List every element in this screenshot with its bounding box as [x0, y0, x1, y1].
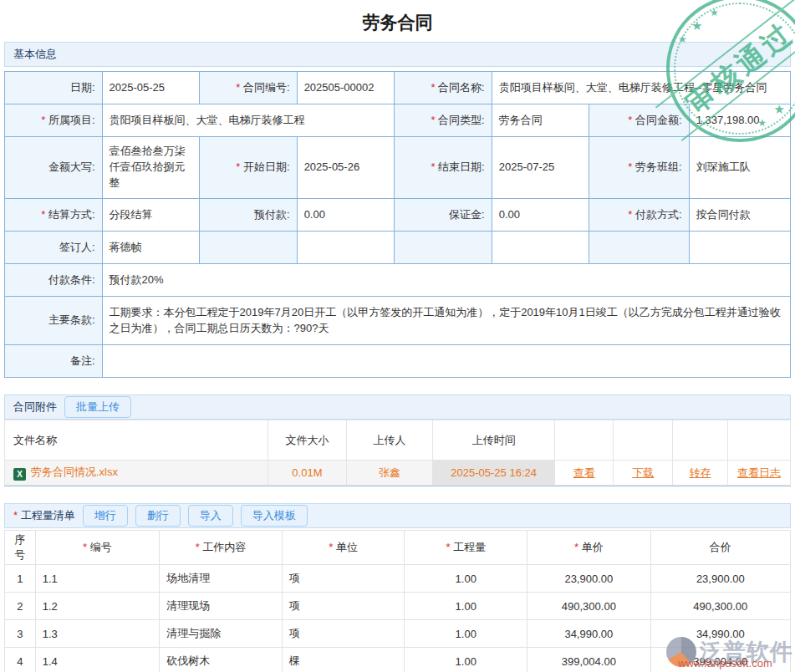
field-label-project: 所属项目: — [5, 104, 103, 137]
field-label-payment-method: 付款方式: — [589, 199, 689, 232]
field-value-deposit: 0.00 — [492, 199, 589, 232]
field-label-contract-no: 合同编号: — [200, 72, 298, 104]
col-action — [554, 420, 614, 461]
view-link[interactable]: 查看 — [573, 466, 595, 479]
attachments-header: 合同附件 批量上传 — [4, 395, 791, 420]
field-label-settlement-method: 结算方式: — [5, 199, 103, 232]
attachment-file-name[interactable]: 劳务合同情况.xlsx — [31, 466, 118, 478]
boq-work: 场地清理 — [160, 565, 283, 593]
boq-price: 23,900.00 — [527, 565, 651, 593]
boq-unit: 项 — [282, 565, 405, 593]
col-seq: 序号 — [5, 531, 36, 565]
boq-code: 1.1 — [35, 565, 160, 593]
boq-code: 1.3 — [35, 620, 160, 648]
col-unit-price: 单价 — [527, 531, 651, 565]
attachment-row: X劳务合同情况.xlsx 0.01M 张鑫 2025-05-25 16:24 查… — [5, 461, 791, 486]
col-work-content: 工作内容 — [160, 531, 283, 565]
basic-info-section: 基本信息 日期: 2025-05-25 合同编号: 202505-00002 合… — [4, 42, 791, 378]
field-label-empty — [589, 232, 689, 264]
boq-section: 工程量清单 增行 删行 导入 导入模板 序号 编号 工作内容 单位 工程量 单价… — [4, 503, 791, 672]
boq-code: 1.2 — [35, 593, 160, 620]
field-value-advance-payment: 0.00 — [297, 199, 395, 232]
attachment-upload-time: 2025-05-25 16:24 — [433, 461, 555, 486]
col-action — [727, 420, 790, 461]
field-label-remarks: 备注: — [5, 345, 103, 378]
field-value-main-clauses: 工期要求：本分包工程定于2019年7月20日开工（以甲方签发的开工通知为准），定… — [102, 297, 790, 345]
transfer-link[interactable]: 转存 — [689, 466, 711, 479]
col-action — [614, 420, 673, 461]
attachment-file-size: 0.01M — [268, 461, 346, 486]
field-label-end-date: 结束日期: — [395, 137, 492, 199]
attachment-file-cell[interactable]: X劳务合同情况.xlsx — [5, 461, 268, 486]
field-value-labor-team: 刘琛施工队 — [689, 137, 790, 199]
boq-work: 清理现场 — [160, 593, 283, 620]
boq-seq: 4 — [5, 648, 36, 672]
col-code: 编号 — [35, 531, 160, 565]
boq-qty: 1.00 — [405, 593, 527, 620]
field-value-remarks — [102, 345, 790, 378]
boq-code: 1.4 — [35, 648, 160, 672]
field-label-contract-name: 合同名称: — [395, 72, 492, 104]
boq-qty: 1.00 — [405, 620, 527, 648]
field-label-contract-type: 合同类型: — [395, 104, 492, 137]
field-value-date: 2025-05-25 — [102, 72, 200, 104]
field-value-empty — [689, 232, 790, 264]
boq-row: 1 1.1 场地清理 项 1.00 23,900.00 23,900.00 — [5, 565, 791, 593]
field-value-contract-amount: 1,337,198.00 — [689, 104, 790, 137]
boq-total: 23,900.00 — [650, 565, 790, 593]
basic-info-title: 基本信息 — [13, 47, 57, 62]
boq-unit: 项 — [282, 593, 405, 620]
field-label-deposit: 保证金: — [395, 199, 492, 232]
boq-qty: 1.00 — [405, 648, 527, 672]
delete-row-button[interactable]: 删行 — [135, 505, 181, 527]
field-label-advance-payment: 预付款: — [200, 199, 298, 232]
field-label-empty — [395, 232, 492, 264]
import-button[interactable]: 导入 — [188, 505, 233, 527]
boq-seq: 3 — [5, 620, 36, 648]
field-value-empty — [492, 232, 589, 264]
boq-work: 砍伐树木 — [160, 648, 283, 672]
field-value-contract-name: 贵阳项目样板间、大堂、电梯厅装修工程--零星劳务合同 — [492, 72, 790, 104]
boq-unit: 棵 — [282, 648, 405, 672]
col-unit: 单位 — [282, 531, 405, 565]
boq-price: 34,990.00 — [527, 620, 651, 648]
field-label-main-clauses: 主要条款: — [5, 297, 103, 345]
boq-row: 2 1.2 清理现场 项 1.00 490,300.00 490,300.00 — [5, 593, 791, 620]
boq-header: 工程量清单 增行 删行 导入 导入模板 — [4, 503, 791, 528]
attachments-title: 合同附件 — [13, 400, 57, 415]
col-action — [672, 420, 727, 461]
col-upload-time: 上传时间 — [433, 420, 555, 461]
attachments-section: 合同附件 批量上传 文件名称 文件大小 上传人 上传时间 X劳务合同情况.xls… — [4, 395, 791, 486]
field-value-signer: 蒋德帧 — [102, 232, 200, 264]
boq-seq: 1 — [5, 565, 36, 593]
field-label-contract-amount: 合同金额: — [589, 104, 689, 137]
boq-price: 490,300.00 — [527, 593, 651, 620]
field-value-contract-type: 劳务合同 — [492, 104, 589, 137]
field-value-payment-method: 按合同付款 — [689, 199, 790, 232]
boq-total: 399,004.00 — [650, 648, 790, 672]
field-label-labor-team: 劳务班组: — [589, 137, 689, 199]
field-value-empty — [297, 232, 395, 264]
boq-total: 34,990.00 — [650, 620, 790, 648]
col-file-name: 文件名称 — [5, 420, 268, 461]
col-total-price: 合价 — [650, 531, 790, 565]
field-label-amount-in-words: 金额大写: — [5, 137, 103, 199]
field-value-amount-in-words: 壹佰叁拾叁万柒仟壹佰玖拾捌元整 — [102, 137, 200, 199]
col-quantity: 工程量 — [405, 531, 527, 565]
boq-table: 序号 编号 工作内容 单位 工程量 单价 合价 1 1.1 场地清理 项 1.0… — [4, 530, 791, 672]
boq-title: 工程量清单 — [13, 508, 75, 523]
batch-upload-button[interactable]: 批量上传 — [64, 396, 131, 418]
boq-unit: 项 — [282, 620, 405, 648]
add-row-button[interactable]: 增行 — [83, 505, 128, 527]
attachment-uploader: 张鑫 — [346, 461, 432, 486]
field-value-settlement-method: 分段结算 — [102, 199, 200, 232]
boq-work: 清理与掘除 — [160, 620, 283, 648]
import-template-button[interactable]: 导入模板 — [241, 505, 308, 527]
field-value-end-date: 2025-07-25 — [492, 137, 589, 199]
download-link[interactable]: 下载 — [632, 466, 654, 479]
field-label-empty — [200, 232, 298, 264]
field-value-contract-no: 202505-00002 — [297, 72, 395, 104]
boq-qty: 1.00 — [405, 565, 527, 593]
field-value-payment-terms: 预付款20% — [102, 264, 790, 297]
view-log-link[interactable]: 查看日志 — [737, 466, 781, 479]
